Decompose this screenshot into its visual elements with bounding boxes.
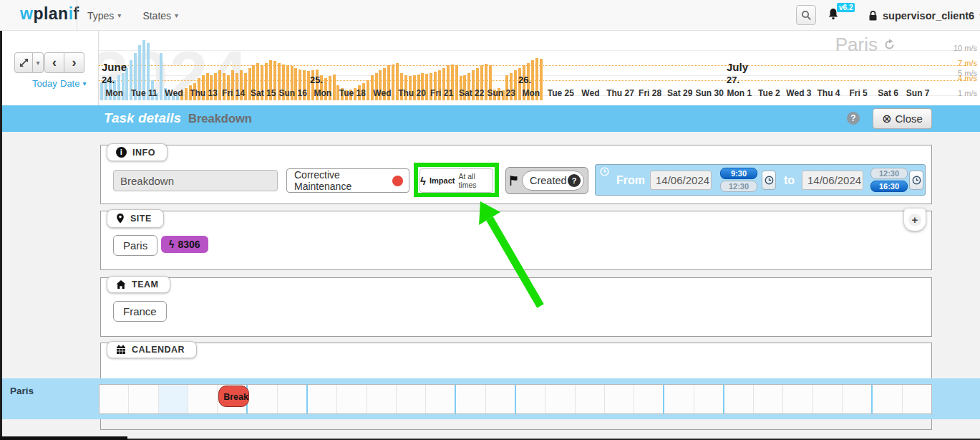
task-pill[interactable]: Breakdown <box>218 386 249 407</box>
menu-types[interactable]: Types▾ <box>87 10 121 21</box>
chevron-down-icon: ▾ <box>36 59 39 67</box>
lightning-icon: ϟ <box>169 239 174 250</box>
day-label: Thu 4 <box>818 88 840 98</box>
expand-button[interactable] <box>14 52 33 73</box>
ytick-label: 4 m/s <box>958 74 977 82</box>
time-option[interactable]: 12:30 <box>870 168 908 179</box>
timeline-header: ▾ ‹ › Today Date ▾ 2024 Paris 10 m/s7 m/… <box>0 31 980 105</box>
day-label: Wed 3 <box>786 88 811 98</box>
today-link[interactable]: Today <box>32 78 57 89</box>
impact-button[interactable]: ϟ Impact At all times <box>419 168 493 193</box>
calendar-cell[interactable] <box>129 385 158 413</box>
close-button[interactable]: ⊗ Close <box>873 108 932 129</box>
top-navbar: wplanif Types▾States▾ v6.2 supervisor_cl… <box>0 0 980 31</box>
calendar-cell[interactable] <box>754 385 783 413</box>
add-site-button[interactable]: + <box>904 209 926 231</box>
team-tag[interactable]: France <box>113 301 167 322</box>
calendar-cell[interactable] <box>278 385 307 413</box>
calendar-cell[interactable] <box>486 385 515 413</box>
time-option[interactable]: 16:30 <box>870 181 908 192</box>
map-pin-icon <box>116 213 125 224</box>
day-label: Sun 23 <box>487 88 515 98</box>
from-time-picker-button[interactable] <box>762 171 776 190</box>
day-label: Wed <box>165 88 183 98</box>
calendar-cell[interactable] <box>367 385 397 413</box>
help-icon[interactable]: ? <box>847 112 860 125</box>
calendar-cell[interactable] <box>337 385 367 413</box>
calendar-cell[interactable] <box>397 385 426 413</box>
time-option[interactable]: 9:30 <box>720 168 757 179</box>
status-help-badge[interactable]: ? <box>568 174 581 187</box>
wind-bar <box>333 75 336 100</box>
calendar-cell[interactable] <box>813 385 843 413</box>
task-details-title: Task details <box>104 110 181 126</box>
calendar-cell[interactable] <box>545 385 575 413</box>
to-date-input[interactable]: 14/06/2024 <box>802 171 863 190</box>
task-type-label: Corrective Maintenance <box>294 169 392 192</box>
notifications-button[interactable]: v6.2 <box>827 7 857 24</box>
task-name-input[interactable]: Breakdown <box>113 170 278 191</box>
team-panel: TEAM France <box>100 277 932 337</box>
calendar-cell[interactable] <box>903 385 931 413</box>
calendar-cell[interactable] <box>455 385 485 413</box>
calendar-cell[interactable] <box>843 385 872 413</box>
calendar-cell[interactable] <box>100 385 129 413</box>
day-label: Fri 14 <box>222 88 245 98</box>
day-label: Fri 5 <box>849 88 867 98</box>
clock-icon <box>600 167 609 176</box>
calendar-cell[interactable] <box>426 385 455 413</box>
time-option[interactable]: 12:30 <box>720 181 757 192</box>
brand-part: w <box>20 4 33 23</box>
close-label: Close <box>896 113 923 125</box>
impact-value: At all times <box>458 172 493 189</box>
user-menu[interactable]: supervisor_client6 ▾ <box>868 0 980 31</box>
calendar-cell[interactable] <box>246 385 277 413</box>
refresh-icon[interactable] <box>883 39 896 51</box>
calendar-footer <box>101 419 931 429</box>
brand-logo[interactable]: wplanif <box>20 4 79 24</box>
calendar-cell[interactable] <box>694 385 724 413</box>
day-label: Tue 2 <box>758 88 780 98</box>
calendar-cell[interactable] <box>871 385 902 413</box>
status-value: Created <box>530 175 567 186</box>
day-label: Thu 13 <box>190 88 218 98</box>
tab-team-label: TEAM <box>132 279 158 290</box>
calendar-cell[interactable] <box>159 385 188 413</box>
status-select[interactable]: Created ? <box>522 171 584 191</box>
calendar-cell[interactable] <box>723 385 754 413</box>
calendar-cell[interactable]: Breakdown <box>218 385 247 413</box>
calendar-cell[interactable] <box>188 385 218 413</box>
tab-info-label: INFO <box>132 148 155 158</box>
search-button[interactable] <box>796 5 816 25</box>
asset-tag[interactable]: ϟ 8306 <box>161 236 208 253</box>
house-icon <box>116 279 126 290</box>
tab-info: i INFO <box>107 143 168 161</box>
calendar-cell[interactable] <box>783 385 812 413</box>
brand-part: i <box>69 4 74 23</box>
calendar-cell[interactable] <box>306 385 337 413</box>
info-icon: i <box>116 147 127 158</box>
calendar-cell[interactable] <box>576 385 605 413</box>
calendar-cell[interactable] <box>515 385 545 413</box>
lightning-icon: ϟ <box>420 175 426 187</box>
calendar-cell[interactable] <box>634 385 664 413</box>
calendar-cell[interactable] <box>663 385 694 413</box>
calendar-cell[interactable] <box>605 385 634 413</box>
from-date-input[interactable]: 14/06/2024 <box>650 171 712 190</box>
to-time-picker-button[interactable] <box>909 171 923 190</box>
expand-options-button[interactable]: ▾ <box>33 52 44 73</box>
task-type-field[interactable]: Corrective Maintenance <box>286 168 409 193</box>
window-edge-left <box>0 31 2 440</box>
prev-button[interactable]: ‹ <box>44 52 64 73</box>
tab-site-label: SITE <box>130 214 152 224</box>
day-label: Thu 27 <box>606 88 634 98</box>
day-label: Tue 11 <box>131 88 157 98</box>
menu-states[interactable]: States▾ <box>142 10 178 21</box>
next-button[interactable]: › <box>64 52 84 73</box>
ytick-label: 10 m/s <box>954 44 977 52</box>
site-tag[interactable]: Paris <box>113 235 157 256</box>
ytick-label: 7 m/s <box>958 59 977 67</box>
date-link[interactable]: Date ▾ <box>60 78 87 89</box>
date-range-panel: From 14/06/2024 9:3012:30 to 14/06/2024 … <box>595 164 926 196</box>
chevron-down-icon: ▾ <box>175 11 178 19</box>
